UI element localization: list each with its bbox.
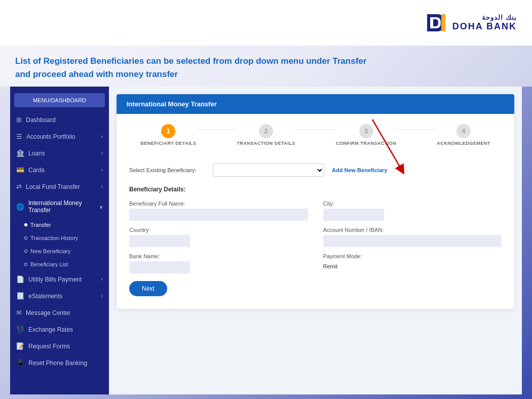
select-beneficiary-row: Select Existing Beneficiary: Add New Ben… xyxy=(129,164,502,177)
field-city: City: xyxy=(323,201,502,221)
field-country: Country: xyxy=(129,227,308,247)
steps-bar: 1 BENEFICIARY DETAILS 2 TRANSACTION DETA… xyxy=(117,114,514,153)
sidebar-item-label: Accounts Portfolio xyxy=(26,133,75,140)
step-3: 3 CONFIRM TRANSACTION xyxy=(336,124,397,146)
sidebar-item-label: Message Center xyxy=(26,309,70,316)
beneficiary-section-title: Beneficiary Details: xyxy=(129,186,502,193)
cards-icon: 💳 xyxy=(16,166,24,174)
transfer-icon: ⇄ xyxy=(16,183,22,190)
step-4: 4 ACKNOWLEDGEMENT xyxy=(437,124,490,146)
sidebar-submenu-transfer[interactable]: Transfer xyxy=(10,218,109,231)
sidebar-item-international-money-transfer[interactable]: 🌐 International Money Transfer ∨ xyxy=(10,195,109,218)
submenu-dot-icon xyxy=(24,223,27,226)
label-payment-mode: Payment Mode: xyxy=(323,253,502,259)
logo-text: بنك الدوحة DOHA BANK xyxy=(452,14,517,32)
loans-icon: 🏦 xyxy=(16,149,24,157)
submenu-item-label: New Beneficiary xyxy=(30,248,70,254)
field-bank-name: Bank Name: xyxy=(129,253,308,273)
chevron-right-icon: › xyxy=(101,134,103,139)
message-icon: ✉ xyxy=(16,309,22,316)
step-label-2: TRANSACTION DETAILS xyxy=(237,141,295,146)
logo: بنك الدوحة DOHA BANK xyxy=(423,10,517,35)
submenu-dot-icon xyxy=(24,250,27,253)
step-label-3: CONFIRM TRANSACTION xyxy=(336,141,397,146)
step-circle-1: 1 xyxy=(161,124,175,138)
sidebar-item-exchange-rates[interactable]: 💱 Exchange Rates xyxy=(10,321,109,338)
utility-icon: 📄 xyxy=(16,275,24,283)
sidebar-item-label: Cards xyxy=(28,167,45,174)
step-circle-4: 4 xyxy=(457,124,471,138)
sidebar-item-label: Local Fund Transfer xyxy=(26,183,80,190)
chevron-right-icon: › xyxy=(101,150,103,156)
sidebar-item-accounts-portfolio[interactable]: ☰ Accounts Portfolio › xyxy=(10,128,109,145)
sidebar-item-label: Dashboard xyxy=(26,116,56,124)
chevron-down-icon: ∨ xyxy=(99,204,103,210)
submenu-dot-icon xyxy=(24,236,27,240)
forms-icon: 📝 xyxy=(16,342,24,350)
submenu-item-label: Transfer xyxy=(30,222,51,228)
right-panel: International Money Transfer 1 BENEFICIA… xyxy=(109,87,522,394)
field-full-name: Beneficiary Full Name: xyxy=(129,201,308,221)
sidebar-item-utility-bills[interactable]: 📄 Utility Bills Payment › xyxy=(10,271,109,288)
step-2: 2 TRANSACTION DETAILS xyxy=(237,124,295,146)
sidebar-item-label: Utility Bills Payment xyxy=(28,276,82,283)
input-city[interactable] xyxy=(323,209,384,221)
step-circle-3: 3 xyxy=(359,124,373,138)
sidebar-item-label: eStatements xyxy=(28,293,62,300)
input-bank-name[interactable] xyxy=(129,261,190,273)
select-beneficiary-dropdown[interactable] xyxy=(213,164,324,177)
sidebar-item-dashboard[interactable]: ⊞ Dashboard xyxy=(10,111,109,128)
sidebar: MENU/DASHBOARD ⊞ Dashboard ☰ Accounts Po… xyxy=(10,87,109,394)
value-payment-mode: Remit xyxy=(323,261,502,271)
sidebar-item-estatements[interactable]: 📃 eStatements › xyxy=(10,288,109,304)
add-new-beneficiary-link[interactable]: Add New Beneficiary xyxy=(332,167,387,173)
sidebar-submenu-new-beneficiary[interactable]: New Beneficiary xyxy=(10,245,109,258)
step-circle-2: 2 xyxy=(259,124,273,138)
sidebar-item-local-fund-transfer[interactable]: ⇄ Local Fund Transfer › xyxy=(10,178,109,195)
sidebar-item-label: International Money Transfer xyxy=(28,200,95,214)
select-beneficiary-label: Select Existing Beneficiary: xyxy=(129,167,205,173)
beneficiary-form-grid: Beneficiary Full Name: City: Country: xyxy=(129,201,502,273)
field-payment-mode: Payment Mode: Remit xyxy=(323,253,502,273)
sidebar-item-request-forms[interactable]: 📝 Request Forms xyxy=(10,338,109,354)
sidebar-item-reset-phone-banking[interactable]: 📱 Reset Phone Banking xyxy=(10,354,109,371)
step-line-1 xyxy=(197,129,237,130)
field-account-iban: Account Number / IBAN: xyxy=(323,227,502,247)
doha-bank-logo-icon xyxy=(423,10,448,35)
step-line-2 xyxy=(295,129,336,130)
chevron-right-icon: › xyxy=(101,293,103,299)
label-city: City: xyxy=(323,201,502,207)
sidebar-item-label: Request Forms xyxy=(28,343,70,350)
input-country[interactable] xyxy=(129,235,190,247)
header: بنك الدوحة DOHA BANK xyxy=(0,0,532,46)
sidebar-submenu-beneficiary-list[interactable]: Beneficiary List xyxy=(10,258,109,271)
sidebar-item-message-center[interactable]: ✉ Message Center xyxy=(10,304,109,321)
exchange-icon: 💱 xyxy=(16,326,24,333)
form-card: International Money Transfer 1 BENEFICIA… xyxy=(117,94,514,309)
sidebar-submenu-transaction-history[interactable]: Transaction History xyxy=(10,231,109,245)
accounts-icon: ☰ xyxy=(16,133,22,140)
sidebar-item-loans[interactable]: 🏦 Loans › xyxy=(10,145,109,162)
international-icon: 🌐 xyxy=(16,203,24,211)
chevron-right-icon: › xyxy=(101,276,103,282)
step-label-1: BENEFICIARY DETAILS xyxy=(140,141,196,146)
chevron-right-icon: › xyxy=(101,167,103,173)
label-bank-name: Bank Name: xyxy=(129,253,308,259)
instruction-area: List of Registered Beneficiaries can be … xyxy=(0,46,532,87)
form-title: International Money Transfer xyxy=(127,100,217,108)
input-full-name[interactable] xyxy=(129,209,308,221)
next-button[interactable]: Next xyxy=(129,281,167,296)
sidebar-item-cards[interactable]: 💳 Cards › xyxy=(10,162,109,178)
input-account-iban[interactable] xyxy=(323,235,502,247)
form-header: International Money Transfer xyxy=(117,94,514,114)
main-content: MENU/DASHBOARD ⊞ Dashboard ☰ Accounts Po… xyxy=(0,87,532,399)
chevron-right-icon: › xyxy=(101,184,103,189)
logo-arabic: بنك الدوحة xyxy=(482,14,517,21)
dashboard-icon: ⊞ xyxy=(16,116,22,124)
sidebar-item-label: Reset Phone Banking xyxy=(28,360,87,367)
sidebar-top-button[interactable]: MENU/DASHBOARD xyxy=(14,93,105,107)
phone-icon: 📱 xyxy=(16,359,24,367)
submenu-item-label: Beneficiary List xyxy=(30,261,68,267)
sidebar-item-label: Exchange Rates xyxy=(28,326,73,333)
label-account-iban: Account Number / IBAN: xyxy=(323,227,502,233)
